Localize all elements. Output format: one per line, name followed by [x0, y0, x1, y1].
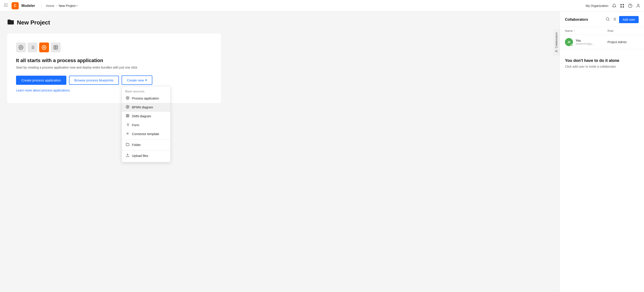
collaborators-tab[interactable]: Collaborators — [553, 29, 560, 55]
svg-point-42 — [555, 50, 556, 52]
grid-icon[interactable] — [4, 3, 8, 8]
dropdown-item-bpmn[interactable]: BPMN diagram — [122, 103, 170, 112]
collab-filter-icon[interactable] — [612, 17, 616, 22]
collab-user-row: JF You ••••••••••••@c... Project Admin — [560, 35, 644, 49]
collab-empty-desc: Click add user to invite a collaborator — [565, 65, 639, 68]
help-icon[interactable] — [628, 3, 632, 8]
avatar: JF — [565, 38, 573, 46]
action-buttons-row: Create process application Browse proces… — [16, 75, 212, 85]
project-title: New Project — [17, 19, 50, 26]
collab-title: Collaborators — [565, 17, 588, 21]
svg-point-4 — [6, 5, 6, 5]
breadcrumb-separator: › — [56, 4, 57, 7]
project-folder-icon — [7, 19, 14, 26]
form-icon — [125, 123, 130, 127]
svg-point-40 — [127, 133, 128, 134]
main-content: New Project — [0, 11, 560, 292]
online-indicator — [571, 44, 573, 46]
bpmn-icon — [125, 105, 130, 109]
collab-table-header: Name ↑ Role — [560, 27, 644, 35]
browse-blueprints-button[interactable]: Browse process blueprints — [69, 76, 119, 85]
connector-icon — [125, 132, 130, 136]
process-application-icon — [125, 96, 130, 101]
ill-icon-table — [51, 42, 60, 52]
collaborators-sidebar: Collaborators Collaborators — [560, 11, 644, 292]
svg-point-6 — [4, 6, 5, 7]
svg-point-3 — [4, 5, 5, 5]
app-logo[interactable]: C — [12, 2, 19, 9]
dropdown-item-dmn[interactable]: DMN diagram — [122, 112, 170, 121]
dropdown-divider-2 — [122, 150, 170, 150]
svg-point-0 — [4, 3, 5, 4]
collab-empty-state: You don't have to do it alone Click add … — [560, 49, 644, 77]
create-new-button[interactable]: Create new ▾ — [122, 75, 152, 85]
ill-icon-settings — [16, 42, 26, 52]
dmn-icon — [125, 114, 130, 118]
breadcrumb-current[interactable]: New Project ▾ — [59, 4, 78, 7]
user-role: Project Admin — [608, 40, 639, 44]
svg-point-2 — [7, 3, 8, 4]
user-name: You — [576, 39, 608, 42]
app-name: Modeler — [22, 4, 35, 8]
svg-rect-10 — [622, 4, 624, 5]
sort-icon[interactable]: ↑ — [574, 29, 575, 32]
svg-point-29 — [127, 106, 128, 107]
dropdown-item-label: Upload files — [132, 154, 148, 158]
topnav-right: My Organization — [586, 3, 640, 8]
svg-point-8 — [7, 6, 8, 7]
user-profile-icon[interactable] — [636, 3, 640, 8]
svg-point-15 — [638, 4, 639, 5]
create-new-dropdown-wrapper: Create new ▾ Blank resources Pro — [122, 75, 152, 85]
svg-rect-11 — [620, 6, 622, 7]
collab-empty-title: You don't have to do it alone — [565, 58, 639, 63]
svg-point-5 — [7, 5, 8, 5]
svg-point-23 — [44, 47, 45, 48]
collab-name-column: Name ↑ — [565, 29, 608, 32]
card-description: Start by creating a process application … — [16, 66, 212, 69]
svg-rect-9 — [620, 4, 622, 5]
dropdown-item-process-application[interactable]: Process application — [122, 94, 170, 103]
dropdown-item-label: BPMN diagram — [132, 105, 153, 109]
chevron-down-icon: ▾ — [145, 78, 147, 82]
svg-point-28 — [127, 97, 128, 98]
dropdown-section-label: Blank resources — [122, 88, 170, 94]
svg-rect-12 — [622, 6, 624, 7]
user-email: ••••••••••••@c... — [576, 42, 608, 46]
topnav: C Modeler Home › New Project ▾ My Organi… — [0, 0, 644, 11]
dropdown-item-label: DMN diagram — [132, 114, 151, 118]
dropdown-item-label: Process application — [132, 97, 159, 100]
main-layout: New Project — [0, 11, 644, 292]
breadcrumb-home[interactable]: Home — [46, 4, 54, 7]
card-title: It all starts with a process application — [16, 58, 212, 63]
collab-role-column: Role — [608, 29, 639, 32]
dropdown-item-label: Connector template — [132, 132, 159, 136]
apps-icon[interactable] — [620, 3, 624, 8]
breadcrumb: Home › New Project ▾ — [46, 4, 78, 7]
dropdown-item-connector[interactable]: Connector template — [122, 130, 170, 138]
dropdown-item-label: Form — [132, 123, 140, 127]
upload-icon — [125, 154, 130, 158]
notifications-icon[interactable] — [612, 3, 616, 8]
add-user-button[interactable]: Add user — [619, 16, 639, 23]
ill-icon-active — [39, 42, 49, 52]
dropdown-item-label: Folder — [132, 143, 141, 147]
illustration — [16, 42, 212, 52]
collab-header: Collaborators Add user — [560, 11, 644, 27]
dropdown-divider — [122, 139, 170, 140]
nav-divider — [41, 3, 42, 8]
dropdown-item-folder[interactable]: Folder — [122, 140, 170, 149]
collab-search-icon[interactable] — [606, 17, 610, 22]
dropdown-item-form[interactable]: Form — [122, 121, 170, 130]
dropdown-item-upload[interactable]: Upload files — [122, 151, 170, 160]
svg-point-1 — [6, 3, 6, 4]
org-name: My Organization — [586, 4, 608, 7]
project-header: New Project — [7, 19, 552, 26]
svg-point-7 — [6, 6, 6, 7]
create-process-application-button[interactable]: Create process application — [16, 76, 66, 85]
svg-line-44 — [608, 20, 609, 20]
content-card: It all starts with a process application… — [7, 34, 221, 103]
create-new-dropdown-menu: Blank resources Process application — [122, 86, 170, 162]
svg-point-16 — [20, 47, 22, 48]
svg-point-43 — [606, 17, 609, 20]
learn-more-link[interactable]: Learn more about process applications — [16, 89, 70, 92]
